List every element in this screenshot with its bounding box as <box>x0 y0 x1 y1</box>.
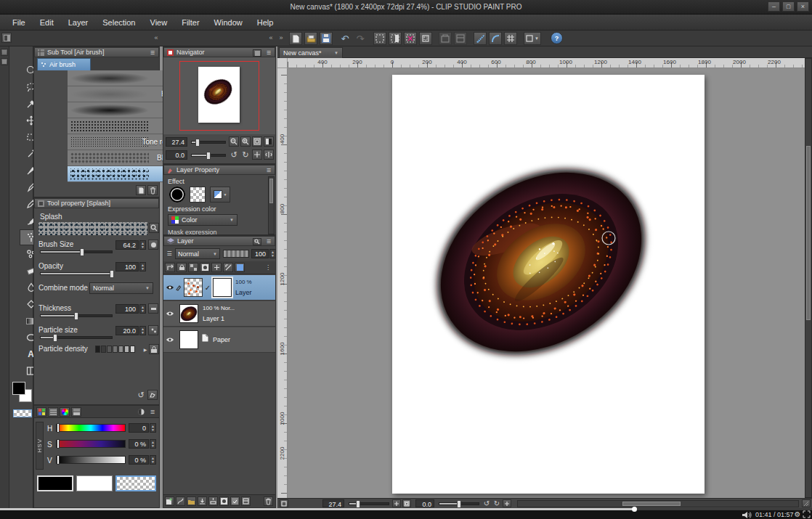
collapse-mid-panel-icon[interactable]: « <box>266 33 276 43</box>
reset-tool-property-icon[interactable]: ↺ <box>136 390 146 400</box>
menu-item-layer[interactable]: Layer <box>62 16 95 29</box>
saturation-slider[interactable] <box>56 440 126 448</box>
lock-transparent-pixels-icon[interactable] <box>188 263 198 272</box>
status-reset-view-icon[interactable] <box>503 499 511 507</box>
selection-border-button[interactable] <box>419 32 432 45</box>
hue-spinner[interactable]: ▲▼ <box>150 423 156 433</box>
register-material-button[interactable] <box>439 32 452 45</box>
navigator-preview-area[interactable] <box>163 57 275 134</box>
toolbar-menu-icon[interactable] <box>1 58 8 65</box>
set-as-draft-layer-icon[interactable] <box>223 263 233 272</box>
menu-item-filter[interactable]: Filter <box>175 16 206 29</box>
register-initial-settings-icon[interactable] <box>147 390 158 400</box>
navigator-menu-icon[interactable]: ☰ <box>264 49 273 57</box>
canvas-page[interactable] <box>392 75 705 494</box>
value-value[interactable]: 0 % <box>129 455 149 465</box>
player-scrubber-handle[interactable] <box>632 507 637 512</box>
navigator-tab-icon[interactable] <box>253 49 261 57</box>
thickness-unit-icon[interactable] <box>148 303 158 314</box>
rotate-cw-icon[interactable]: ↻ <box>240 150 251 160</box>
minimize-button[interactable]: – <box>768 1 780 12</box>
color-slider-tab-icon[interactable] <box>48 407 58 417</box>
scrollbar-thumb[interactable] <box>806 146 811 320</box>
panel-grip-icon[interactable]: ⋮ <box>264 263 272 272</box>
value-knob[interactable] <box>57 455 60 465</box>
navigator-zoom-slider[interactable] <box>191 141 226 144</box>
new-vector-layer-icon[interactable] <box>176 496 185 506</box>
layer-name[interactable]: Paper <box>213 336 230 343</box>
thickness-value[interactable]: 100 <box>115 304 139 314</box>
enable-mask-icon[interactable] <box>200 263 210 272</box>
canvas-viewport[interactable] <box>288 68 805 498</box>
saturation-knob[interactable] <box>57 439 60 449</box>
save-button[interactable] <box>320 32 333 45</box>
invert-selection-button[interactable] <box>389 32 402 45</box>
player-settings-icon[interactable]: ⚙ <box>793 510 802 518</box>
transfer-to-lower-layer-icon[interactable] <box>198 496 207 506</box>
zoom-100-icon[interactable] <box>264 136 274 147</box>
particle-density-lock-icon[interactable] <box>149 344 159 354</box>
layer-mask-thumbnail[interactable] <box>213 278 232 297</box>
layer-row-paper[interactable]: Paper <box>163 327 275 353</box>
artwork[interactable] <box>392 75 705 494</box>
expand-canvas-icon[interactable]: » <box>276 33 286 43</box>
layer-color-effect-icon[interactable]: ▼ <box>210 187 230 203</box>
thickness-spinner[interactable]: ▲▼ <box>139 304 146 314</box>
workspace-icon[interactable] <box>1 33 12 43</box>
layer-name[interactable]: Layer 1 <box>203 315 224 322</box>
layer-visibility-eye-icon[interactable] <box>165 309 175 318</box>
material-palette-button[interactable] <box>454 32 467 45</box>
snap-to-ruler-button[interactable] <box>474 32 487 45</box>
layer-panel-menu-icon[interactable]: ☰ <box>264 238 273 245</box>
opacity-slider[interactable] <box>40 272 113 275</box>
preview-zoom-icon[interactable] <box>149 223 159 233</box>
color-wheel-tab-icon[interactable] <box>60 407 70 417</box>
color-panel-menu-icon[interactable]: ☰ <box>147 407 158 417</box>
maximize-button[interactable]: ▢ <box>782 1 795 12</box>
help-icon[interactable]: ? <box>551 32 563 44</box>
toolbar-handle-icon[interactable] <box>1 49 8 56</box>
status-fit-icon[interactable] <box>402 499 411 507</box>
blend-menu-icon[interactable]: ☰ <box>165 248 174 258</box>
menu-item-help[interactable]: Help <box>251 16 280 29</box>
status-rotate-ccw-icon[interactable]: ↺ <box>482 499 491 508</box>
status-zoom-value[interactable]: 27.4 <box>322 499 344 507</box>
delete-subtool-icon[interactable] <box>147 185 158 195</box>
open-file-button[interactable] <box>304 32 317 45</box>
layer-property-scrollbar[interactable] <box>268 176 275 234</box>
main-color-swatch[interactable] <box>12 382 25 395</box>
layer-thumbnail[interactable] <box>184 278 203 297</box>
layer-palette-color-icon[interactable] <box>235 263 245 272</box>
snap-to-grid-button[interactable] <box>504 32 517 45</box>
status-rotation-slider[interactable] <box>439 502 479 505</box>
deselect-button[interactable] <box>373 32 386 45</box>
new-raster-layer-icon[interactable] <box>165 496 174 506</box>
fit-to-screen-icon[interactable] <box>252 136 262 147</box>
layer-row-layer1[interactable]: 100 % Nor... Layer 1 <box>163 301 275 327</box>
reset-rotation-icon[interactable] <box>252 150 262 160</box>
navigator-zoom-value[interactable]: 27.4 <box>166 137 187 147</box>
chevron-down-icon[interactable]: ▼ <box>334 51 338 55</box>
navigator-rotation-value[interactable]: 0.0 <box>166 150 187 160</box>
thickness-slider[interactable] <box>40 314 113 317</box>
sub-color-well[interactable] <box>76 475 113 491</box>
layer-property-menu-icon[interactable]: ☰ <box>264 167 273 174</box>
fullscreen-icon[interactable] <box>802 510 811 518</box>
blend-mode-dropdown[interactable]: Normal ▼ <box>175 248 220 259</box>
subtool-panel-menu-icon[interactable]: ☰ <box>148 49 157 57</box>
layer-thumbnail[interactable] <box>179 304 198 323</box>
apply-mask-icon[interactable] <box>230 496 240 506</box>
brush-size-unit-icon[interactable] <box>148 240 158 250</box>
combine-mode-dropdown[interactable]: Normal ▼ <box>89 282 153 294</box>
menu-item-edit[interactable]: Edit <box>33 16 60 29</box>
color-history-tab-icon[interactable] <box>71 407 81 417</box>
status-zoom-in-icon[interactable] <box>392 499 401 507</box>
color-panel-contrast-icon[interactable] <box>136 407 146 417</box>
lock-layer-icon[interactable] <box>176 263 187 272</box>
main-color-well[interactable] <box>37 475 73 491</box>
set-as-reference-layer-icon[interactable] <box>211 263 222 272</box>
layer-opacity-value[interactable]: 100 <box>251 249 269 258</box>
color-set-tab-icon[interactable] <box>36 407 46 417</box>
flip-horizontal-icon[interactable] <box>264 150 274 160</box>
menu-item-view[interactable]: View <box>144 16 174 29</box>
